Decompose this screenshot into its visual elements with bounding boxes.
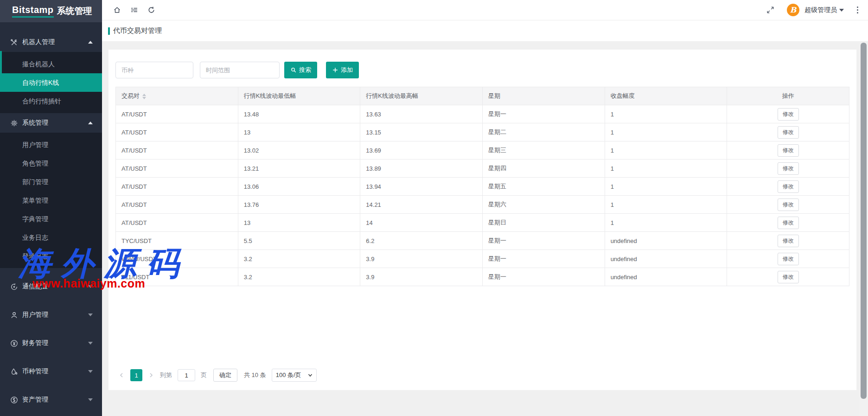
table-cell: 13.48 (238, 105, 360, 123)
sidebar-submenu: 用户管理角色管理部门管理菜单管理字典管理业务日志登录日志 (0, 133, 102, 268)
sidebar-group-label: 币种管理 (22, 367, 88, 376)
user-icon (10, 311, 18, 319)
fullscreen-icon[interactable] (766, 6, 775, 15)
chevron-down-icon (88, 285, 93, 288)
sidebar-item[interactable]: 撮合机器人 (0, 55, 102, 73)
sidebar-group-2[interactable]: 通信配置 (0, 277, 102, 296)
table-cell: 星期二 (482, 123, 605, 141)
sidebar-item[interactable]: 角色管理 (0, 154, 102, 173)
sidebar-group-4[interactable]: 财务管理 (0, 333, 102, 353)
table-cell: AT/USDT (116, 178, 238, 196)
table-cell: AT/USDT (116, 141, 238, 160)
table-cell: undefined (605, 232, 727, 250)
chevron-up-icon (88, 122, 93, 124)
trading-pairs-table: 交易对行情K线波动最低幅行情K线波动最高幅星期收盘幅度操作 AT/USDT13.… (115, 87, 849, 286)
more-options-icon[interactable] (853, 6, 862, 14)
goto-suffix-label: 页 (201, 371, 207, 379)
table-cell: undefined (605, 250, 727, 268)
table-row: TYC/USDT5.56.2星期一undefined修改 (116, 232, 849, 250)
topbar: B 超级管理员 (102, 0, 868, 20)
sidebar: Bitstamp 系统管理 机器人管理撮合机器人自动行情K线合约行情插针系统管理… (0, 0, 102, 416)
edit-button[interactable]: 修改 (778, 235, 799, 247)
edit-button[interactable]: 修改 (778, 108, 799, 121)
table-cell: 星期日 (482, 214, 605, 232)
table-row: WWW/USDT3.23.9星期一undefined修改 (116, 250, 849, 268)
goto-prefix-label: 到第 (160, 371, 172, 379)
sidebar-group-6[interactable]: 资产管理 (0, 390, 102, 410)
table-row: AT/USDT1314星期日1修改 (116, 214, 849, 232)
sidebar-item[interactable]: 业务日志 (0, 228, 102, 247)
goto-page-input[interactable] (178, 369, 195, 381)
refresh-icon[interactable] (147, 6, 156, 15)
time-range-input[interactable] (200, 62, 280, 78)
edit-button[interactable]: 修改 (778, 144, 799, 157)
edit-button[interactable]: 修改 (778, 162, 799, 175)
table-cell: 6.2 (360, 232, 483, 250)
sidebar-submenu: 撮合机器人自动行情K线合约行情插针 (0, 52, 102, 113)
table-row: T11/USDT3.23.9星期一undefined修改 (116, 268, 849, 286)
edit-button[interactable]: 修改 (778, 198, 799, 211)
column-header-3: 星期 (482, 87, 605, 105)
sidebar-item[interactable]: 用户管理 (0, 135, 102, 154)
sidebar-group-label: 资产管理 (22, 396, 88, 404)
column-header-0[interactable]: 交易对 (116, 87, 238, 105)
table-cell: 14.21 (360, 196, 483, 214)
titlebar: 代币交易对管理 (102, 20, 868, 42)
table-cell: 3.2 (238, 250, 360, 268)
sidebar-scrollbar-thumb[interactable] (0, 51, 2, 73)
table-cell: AT/USDT (116, 123, 238, 141)
chevron-down-icon (88, 398, 93, 401)
table-action-cell: 修改 (727, 196, 849, 214)
sidebar-group-0[interactable]: 机器人管理 (0, 32, 102, 52)
sidebar-group-label: 机器人管理 (22, 38, 88, 46)
table-cell: 13.76 (238, 196, 360, 214)
sidebar-item[interactable]: 字典管理 (0, 210, 102, 228)
collapse-menu-icon[interactable] (129, 6, 139, 15)
table-cell: TYC/USDT (116, 232, 238, 250)
edit-button[interactable]: 修改 (778, 180, 799, 193)
page-1-button[interactable]: 1 (130, 369, 142, 381)
sidebar-item[interactable]: 菜单管理 (0, 191, 102, 210)
next-page-button[interactable] (145, 369, 157, 381)
page-scrollbar (859, 42, 868, 416)
page-scrollbar-thumb[interactable] (861, 43, 867, 399)
prev-page-button[interactable] (115, 369, 128, 381)
table-action-cell: 修改 (727, 160, 849, 178)
table-cell: T11/USDT (116, 268, 238, 286)
edit-button[interactable]: 修改 (778, 217, 799, 229)
page-size-select[interactable]: 100 条/页 (272, 369, 317, 382)
sidebar-item-active[interactable]: 自动行情K线 (0, 73, 102, 92)
user-name: 超级管理员 (804, 6, 837, 14)
sidebar-item[interactable]: 合约行情插针 (0, 92, 102, 110)
edit-button[interactable]: 修改 (778, 271, 799, 283)
app-root: Bitstamp 系统管理 机器人管理撮合机器人自动行情K线合约行情插针系统管理… (0, 0, 868, 416)
avatar: B (787, 4, 799, 16)
sidebar-group-5[interactable]: 币种管理 (0, 362, 102, 381)
user-menu[interactable]: 超级管理员 (804, 6, 844, 14)
table-cell: 13.63 (360, 105, 483, 123)
table-cell: 13.94 (360, 178, 483, 196)
coin-input[interactable] (115, 62, 193, 78)
confirm-button[interactable]: 确定 (213, 369, 237, 382)
table-cell: undefined (605, 268, 727, 286)
edit-button[interactable]: 修改 (778, 126, 799, 139)
chevron-down-icon (88, 314, 93, 316)
sort-icon[interactable] (142, 94, 146, 99)
add-button[interactable]: 添加 (326, 62, 359, 78)
table-cell: 星期五 (482, 178, 605, 196)
search-button[interactable]: 搜索 (284, 62, 317, 78)
sidebar-group-3[interactable]: 用户管理 (0, 305, 102, 325)
sidebar-group-1[interactable]: 系统管理 (0, 113, 102, 133)
home-icon[interactable] (112, 6, 121, 15)
chevron-right-icon (148, 372, 154, 378)
edit-button[interactable]: 修改 (778, 253, 799, 265)
table-row: AT/USDT1313.15星期二1修改 (116, 123, 849, 141)
sidebar-item[interactable]: 部门管理 (0, 173, 102, 191)
table-cell: 星期一 (482, 268, 605, 286)
sidebar-item[interactable]: 登录日志 (0, 247, 102, 265)
column-header-5: 操作 (727, 87, 849, 105)
table-cell: 1 (605, 105, 727, 123)
table-cell: 13.02 (238, 141, 360, 160)
drop-icon (10, 368, 18, 376)
gear-icon (10, 119, 18, 127)
